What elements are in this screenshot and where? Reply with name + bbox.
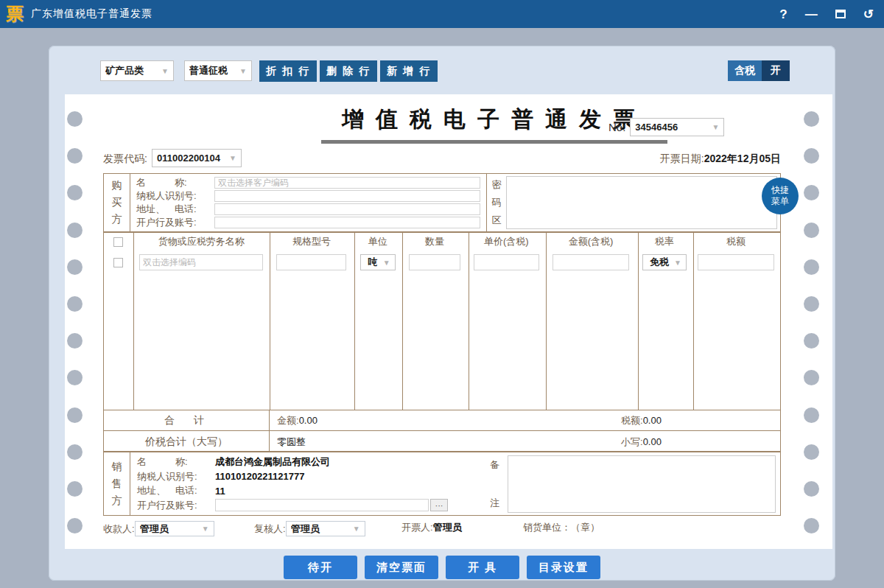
reviewer-select[interactable]: 管理员 ▼ [286, 521, 365, 536]
totals-amount: 金额:0.00 [277, 410, 318, 430]
chevron-down-icon: ▼ [202, 525, 209, 533]
amount-in-words-value: 零圆整 [277, 431, 306, 452]
discount-row-button[interactable]: 折 扣 行 [259, 60, 317, 82]
row-checkbox[interactable] [113, 258, 123, 267]
item-taxamount-input[interactable] [698, 254, 774, 270]
chevron-down-icon: ▼ [229, 154, 236, 162]
remark-box[interactable] [508, 455, 776, 513]
item-unit-select[interactable]: 吨 ▼ [360, 254, 396, 270]
issue-invoice-button[interactable]: 开 具 [446, 556, 519, 579]
perforation-dot [804, 518, 819, 533]
perforation-dot [67, 185, 83, 200]
catalog-settings-button[interactable]: 目录设置 [527, 556, 600, 579]
perforation-dot [804, 111, 819, 127]
seller-name-label: 名 称: [137, 455, 215, 469]
perforation-dot [67, 333, 83, 349]
item-qty-input[interactable] [409, 254, 460, 270]
action-bar: 待开 清空票面 开 具 目录设置 [49, 556, 835, 579]
payee-group: 收款人: 管理员 ▼ [103, 521, 214, 536]
totals-label: 合 计 [104, 410, 270, 430]
seller-bank-label: 开户行及账号: [137, 499, 215, 512]
restore-window-icon[interactable] [835, 10, 846, 18]
drawer-group: 开票人: 管理员 [401, 521, 462, 534]
seller-taxid-value: 11010120221121777 [215, 471, 304, 482]
perforation-dot [804, 370, 819, 385]
add-row-button[interactable]: 新 增 行 [380, 60, 438, 82]
seller-taxid-label: 纳税人识别号: [137, 470, 215, 483]
select-all-checkbox[interactable] [113, 237, 123, 247]
items-table: 货物或应税劳务名称 规格型号 单位 数量 单价(含税) 金额(含税) 税率 税额… [103, 232, 781, 452]
invoice-date: 开票日期:2022年12月05日 [660, 153, 781, 166]
perforation-dot [67, 296, 83, 312]
amount-in-words-row: 价税合计（大写） 零圆整 小写:0.00 [104, 430, 780, 452]
chevron-down-icon: ▼ [383, 259, 390, 267]
perforation-dot [67, 481, 83, 497]
tax-included-toggle[interactable]: 含税 开 [728, 60, 790, 81]
chevron-down-icon: ▼ [353, 525, 360, 533]
seller-unit-stamp: 销货单位：（章） [523, 521, 600, 534]
password-area-box [506, 176, 777, 229]
seller-bank-input[interactable] [215, 499, 429, 511]
payee-select[interactable]: 管理员 ▼ [135, 521, 214, 536]
invoice-code-row: 发票代码: 011002200104 ▼ 开票日期:2022年12月05日 [103, 149, 781, 168]
perforation-dot [67, 518, 83, 533]
buyer-address-input[interactable] [214, 203, 480, 215]
perforation-dot [804, 223, 819, 238]
tax-method-select[interactable]: 普通征税 ▼ [184, 60, 252, 81]
invoice-no-group: No: 34546456 ▼ [608, 118, 724, 136]
item-taxrate-select[interactable]: 免税 ▼ [642, 254, 687, 270]
item-spec-input[interactable] [276, 254, 346, 270]
window-controls: ? — ↺ [779, 0, 874, 28]
pending-invoices-button[interactable]: 待开 [284, 556, 357, 579]
browse-button[interactable]: ··· [430, 499, 448, 511]
password-area-label: 密 码 区 [487, 174, 506, 231]
minimize-icon[interactable]: — [805, 8, 818, 21]
category-select[interactable]: 矿产品类 ▼ [100, 60, 174, 81]
delete-row-button[interactable]: 删 除 行 [320, 60, 377, 82]
back-icon[interactable]: ↺ [863, 8, 874, 21]
buyer-name-input[interactable] [214, 177, 480, 189]
perforation-dot [804, 185, 819, 200]
perforation-dot [67, 259, 83, 275]
quick-menu-button[interactable]: 快捷 菜单 [762, 178, 799, 214]
perforation-dot [804, 259, 819, 275]
buyer-bank-label: 开户行及账号: [136, 216, 214, 229]
invoice-no-label: No: [608, 121, 625, 133]
perforation-dot [804, 148, 819, 164]
buyer-address-label: 地址、 电话: [136, 203, 214, 216]
reviewer-group: 复核人: 管理员 ▼ [254, 521, 365, 536]
buyer-fields: 名 称: 纳税人识别号: 地址、 电话: 开户行及账号: [130, 174, 487, 231]
chevron-down-icon: ▼ [712, 123, 719, 131]
perforation-dot [67, 111, 83, 127]
toolbar: 矿产品类 ▼ 普通征税 ▼ 折 扣 行 删 除 行 新 增 行 含税 开 [49, 46, 835, 93]
remark-label: 备 注 [490, 458, 499, 510]
app-logo-icon: 票 [6, 2, 24, 26]
buyer-taxid-input[interactable] [214, 190, 480, 202]
perforation-dot [804, 296, 819, 312]
item-name-input[interactable] [139, 254, 264, 270]
seller-fields: 名 称: 成都台鸿金属制品有限公司 纳税人识别号: 11010120221121… [131, 452, 499, 515]
perforation-dot [67, 444, 83, 460]
perforation-dot [67, 407, 83, 423]
clear-invoice-button[interactable]: 清空票面 [365, 556, 438, 579]
buyer-side-label: 购 买 方 [104, 174, 130, 231]
item-amount-input[interactable] [552, 254, 630, 270]
buyer-bank-input[interactable] [214, 217, 480, 228]
perforation-dot [67, 370, 83, 385]
perforation-dot [67, 148, 83, 164]
invoice-no-select[interactable]: 34546456 ▼ [630, 118, 724, 136]
help-icon[interactable]: ? [779, 8, 787, 21]
titlebar: 票 广东增值税电子普通发票 ? — ↺ [0, 0, 884, 28]
invoice-code-select[interactable]: 011002200104 ▼ [152, 149, 242, 167]
item-price-input[interactable] [474, 254, 539, 270]
chevron-down-icon: ▼ [161, 67, 169, 75]
perforation-dot [67, 223, 83, 238]
buyer-taxid-label: 纳税人识别号: [136, 189, 214, 203]
tax-included-state: 开 [762, 60, 790, 81]
chevron-down-icon: ▼ [239, 67, 247, 75]
invoice-code-label: 发票代码: [103, 153, 147, 166]
seller-name-value: 成都台鸿金属制品有限公司 [215, 455, 330, 469]
main-panel: 矿产品类 ▼ 普通征税 ▼ 折 扣 行 删 除 行 新 增 行 含税 开 增值税… [49, 46, 835, 581]
amount-in-words-label: 价税合计（大写） [104, 431, 270, 452]
item-row: 吨 ▼ 免税 ▼ [104, 252, 780, 273]
